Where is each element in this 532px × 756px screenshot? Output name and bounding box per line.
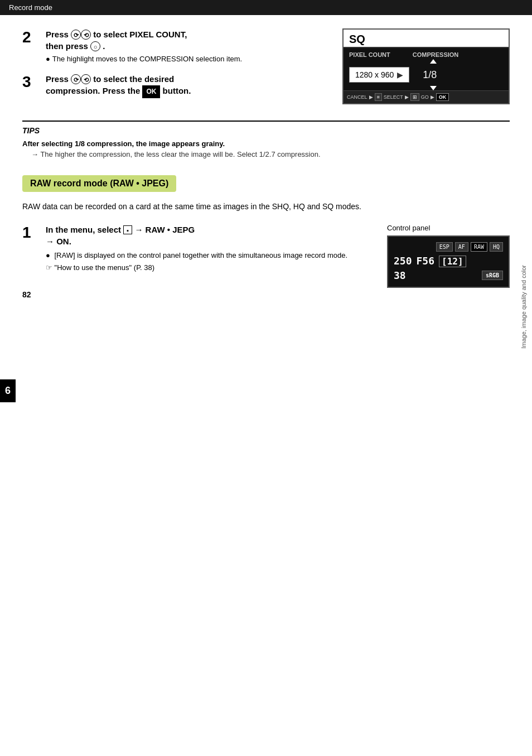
tips-heading: After selecting 1/8 compression, the ima… [22,139,510,148]
rotate-icon-2b: ⟲ [81,30,91,40]
raw-badge: RAW [471,242,487,252]
iso-value: 38 [394,269,406,281]
ok-label: OK [142,85,160,98]
step-2-bullet: The highlight moves to the COMPRESSION s… [52,55,242,63]
triangle-down-area [344,86,509,90]
raw-description: RAW data can be recorded on a card at th… [22,201,510,213]
go-label: GO [421,94,429,100]
control-panel: Control panel ESP AF RAW HQ 250 F56 [12] [387,224,510,288]
esp-badge: ESP [436,242,453,252]
control-panel-values-row1: 250 F56 [12] [394,255,503,267]
step-2-text: Press ⟳⟲ to select PIXEL COUNT, then pre… [46,28,320,52]
raw-step-1-number: 1 [22,225,40,240]
frames-value: [12] [439,256,466,267]
pixel-count-value: 1280 x 960 [355,70,394,79]
step-3-content: Press ⟳⟲ to select the desired compressi… [40,73,320,98]
step-2-row: 2 Press ⟳⟲ to select PIXEL COUNT, then p… [22,28,320,64]
pixel-count-label: PIXEL COUNT [349,51,390,58]
chapter-number: 6 [0,379,16,402]
raw-steps-row: 1 In the menu, select ▪ → RAW • JEPG→ ON… [22,224,510,288]
control-panel-values-row2: 38 sRGB [394,269,503,281]
camera-icon: ▪ [123,225,132,234]
cancel-label: CANCEL [347,94,367,100]
tips-section: TIPS After selecting 1/8 compression, th… [22,121,510,158]
header-bar: Record mode [0,0,532,15]
step-2-sub: ●The highlight moves to the COMPRESSION … [46,54,320,64]
camera-panel-bottom: CANCEL ▶ ≡ SELECT ▶ ⊞ GO ▶ OK [344,90,509,103]
arrow-cancel: ▶ [369,94,373,100]
then-press-text: then press [46,41,88,51]
menu-icon: ≡ [375,93,382,101]
raw-bullet-1: ● [RAW] is displayed on the control pane… [46,251,365,261]
compression-label: COMPRESSION [413,51,459,58]
tips-title: TIPS [22,126,510,135]
compression-value: 1/8 [415,69,437,81]
pixel-count-box: 1280 x 960 ▶ [349,67,409,83]
camera-panel: SQ PIXEL COUNT COMPRESSION 1280 x 960 ▶ [342,28,510,104]
sidebar-text: Image, image quality and color [520,265,527,349]
circle-icon-2: ○ [90,41,100,51]
raw-bullet-2: ☞ "How to use the menus" (P. 38) [46,263,365,273]
hq-badge: HQ [490,242,503,252]
sidebar-label: Image, image quality and color [515,223,532,391]
camera-panel-title: SQ [344,30,509,48]
triangle-up-icon [430,59,437,64]
af-badge: AF [455,242,468,252]
page-number: 82 [22,290,31,299]
arrow-go: ▶ [431,94,434,100]
raw-step-content: 1 In the menu, select ▪ → RAW • JEPG→ ON… [22,224,365,284]
step-3-row: 3 Press ⟳⟲ to select the desired compres… [22,73,320,98]
aperture-value: F56 [417,255,435,267]
ok-button-panel: OK [436,93,449,101]
raw-section: RAW record mode (RAW • JPEG) RAW data ca… [22,175,510,213]
rotate-icon-3a: ⟳ [71,74,81,84]
triangle-down-icon [430,86,437,90]
step-2-number: 2 [22,30,40,45]
raw-step-1-text: In the menu, select ▪ → RAW • JEPG→ ON. [46,224,365,247]
arrow-right-icon: ▶ [397,70,403,79]
camera-panel-values: 1280 x 960 ▶ 1/8 [344,65,509,85]
step-3-number: 3 [22,74,40,90]
arrow-select: ▶ [405,94,409,100]
header-title: Record mode [9,3,52,12]
grid-icon: ⊞ [410,93,419,101]
raw-step-1-row: 1 In the menu, select ▪ → RAW • JEPG→ ON… [22,224,365,273]
control-panel-label: Control panel [387,224,510,232]
triangle-up-area [344,59,509,64]
shutter-value: 250 [394,255,412,267]
rotate-icon-2a: ⟳ [71,30,81,40]
steps-and-panel: 2 Press ⟳⟲ to select PIXEL COUNT, then p… [22,28,510,109]
raw-section-header: RAW record mode (RAW • JPEG) [22,175,176,192]
control-panel-top-row: ESP AF RAW HQ [394,242,503,252]
steps-left: 2 Press ⟳⟲ to select PIXEL COUNT, then p… [22,28,320,109]
raw-step-1-content: In the menu, select ▪ → RAW • JEPG→ ON. … [40,224,365,273]
camera-title-text: SQ [349,33,365,45]
control-panel-box: ESP AF RAW HQ 250 F56 [12] 38 sRGB [387,235,510,288]
rotate-icon-3b: ⟲ [81,74,91,84]
main-content: 2 Press ⟳⟲ to select PIXEL COUNT, then p… [0,15,532,310]
tips-body: → The higher the compression, the less c… [22,150,510,158]
camera-panel-labels: PIXEL COUNT COMPRESSION [344,48,509,59]
step-2-content: Press ⟳⟲ to select PIXEL COUNT, then pre… [40,28,320,64]
select-label: SELECT [384,94,403,100]
step-3-text: Press ⟳⟲ to select the desired compressi… [46,73,320,98]
srgb-badge: sRGB [482,271,503,280]
